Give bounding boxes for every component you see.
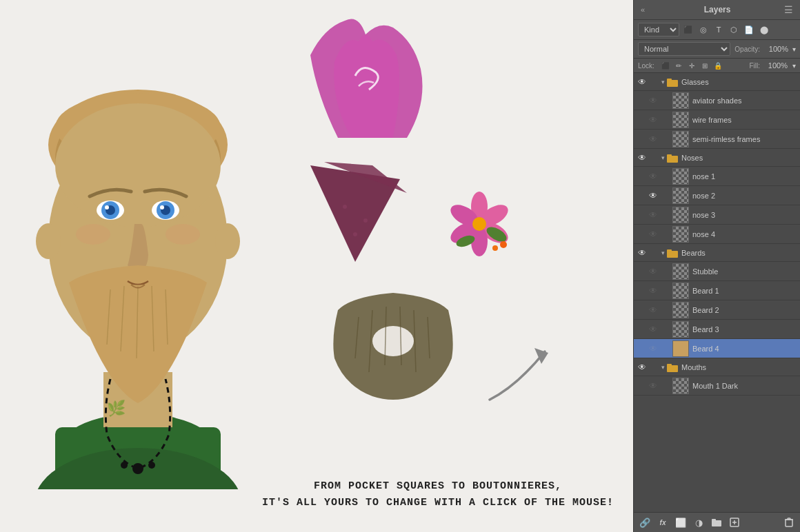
fx-button[interactable]: fx bbox=[656, 515, 670, 529]
fill-label: Fill: bbox=[749, 62, 760, 70]
eye-wire[interactable]: 👁 bbox=[648, 114, 659, 125]
adjustment-icon[interactable]: ◎ bbox=[697, 23, 710, 36]
group-glasses[interactable]: 👁 ▾ Glasses bbox=[634, 73, 800, 91]
kind-select[interactable]: Kind bbox=[638, 23, 679, 37]
panel-menu-button[interactable]: ☰ bbox=[784, 4, 793, 15]
checkbox-beard2[interactable] bbox=[660, 305, 671, 316]
svg-rect-55 bbox=[667, 79, 672, 81]
opacity-arrow[interactable]: ▾ bbox=[792, 45, 796, 53]
chevron-beards[interactable]: ▾ bbox=[661, 249, 665, 256]
layers-list: 👁 ▾ Glasses 👁 aviator shades 👁 wire fram… bbox=[634, 73, 800, 512]
illustration-area: 🌿 bbox=[0, 0, 633, 532]
layer-mouth1dark[interactable]: 👁 Mouth 1 Dark bbox=[634, 376, 800, 396]
smart-icon[interactable]: 📄 bbox=[743, 23, 755, 36]
lock-all-icon[interactable]: 🔒 bbox=[713, 61, 723, 70]
layer-beard4-name: Beard 4 bbox=[692, 345, 797, 353]
chevron-noses[interactable]: ▾ bbox=[661, 154, 665, 161]
layer-nose1[interactable]: 👁 nose 1 bbox=[634, 167, 800, 186]
checkbox-noses[interactable] bbox=[649, 152, 660, 163]
eye-mouths[interactable]: 👁 bbox=[637, 362, 648, 373]
group-noses[interactable]: 👁 ▾ Noses bbox=[634, 149, 800, 167]
layers-panel: « Layers ☰ Kind ⬛ ◎ T ⬡ 📄 ⬤ Normal Opaci… bbox=[633, 0, 800, 532]
eye-noses[interactable]: 👁 bbox=[637, 152, 648, 163]
layer-aviator-shades[interactable]: 👁 aviator shades bbox=[634, 91, 800, 110]
eye-beards[interactable]: 👁 bbox=[637, 247, 648, 258]
layer-nose4[interactable]: 👁 nose 4 bbox=[634, 225, 800, 244]
checkbox-aviator[interactable] bbox=[660, 95, 671, 106]
layer-beard2[interactable]: 👁 Beard 2 bbox=[634, 300, 800, 320]
new-group-button[interactable] bbox=[710, 515, 723, 529]
kind-toolbar: Kind ⬛ ◎ T ⬡ 📄 ⬤ bbox=[634, 20, 800, 40]
eye-semi[interactable]: 👁 bbox=[648, 134, 659, 145]
layer-stubble[interactable]: 👁 Stubble bbox=[634, 262, 800, 281]
lock-position-icon[interactable]: ✏ bbox=[674, 61, 683, 70]
link-button[interactable]: 🔗 bbox=[638, 515, 652, 529]
svg-point-16 bbox=[105, 205, 109, 209]
group-mouths[interactable]: 👁 ▾ Mouths bbox=[634, 358, 800, 376]
layer-nose2[interactable]: 👁 nose 2 bbox=[634, 186, 800, 205]
thumb-stubble bbox=[672, 263, 689, 280]
eye-beard2[interactable]: 👁 bbox=[648, 305, 659, 316]
svg-point-7 bbox=[215, 223, 240, 259]
svg-rect-61 bbox=[667, 364, 672, 367]
group-beards[interactable]: 👁 ▾ Beards bbox=[634, 244, 800, 262]
eye-beard1[interactable]: 👁 bbox=[648, 285, 659, 296]
layer-nose4-name: nose 4 bbox=[692, 230, 797, 238]
eye-nose4[interactable]: 👁 bbox=[648, 229, 659, 240]
lock-pixel-icon[interactable]: ⬛ bbox=[661, 61, 670, 70]
lock-move-icon[interactable]: ✛ bbox=[687, 61, 697, 70]
layer-semi-rimless[interactable]: 👁 semi-rimless frames bbox=[634, 130, 800, 149]
svg-point-12 bbox=[55, 103, 221, 227]
eye-mouth1dark[interactable]: 👁 bbox=[648, 380, 659, 391]
eye-stubble[interactable]: 👁 bbox=[648, 266, 659, 277]
checkbox-nose2[interactable] bbox=[660, 190, 671, 201]
checkbox-semi[interactable] bbox=[660, 134, 671, 145]
layer-beard1[interactable]: 👁 Beard 1 bbox=[634, 281, 800, 300]
svg-point-46 bbox=[492, 245, 498, 251]
eye-nose2[interactable]: 👁 bbox=[648, 190, 659, 201]
shape-icon[interactable]: ⬡ bbox=[728, 23, 740, 36]
svg-point-28 bbox=[132, 463, 143, 474]
lock-artboard-icon[interactable]: ⊞ bbox=[700, 61, 710, 70]
type-icon[interactable]: T bbox=[712, 23, 725, 36]
checkbox-mouths[interactable] bbox=[649, 362, 660, 373]
panel-bottom-toolbar: 🔗 fx ⬜ ◑ bbox=[634, 512, 800, 532]
checkbox-nose3[interactable] bbox=[660, 209, 671, 221]
checkbox-nose4[interactable] bbox=[660, 229, 671, 240]
adjustment-layer-button[interactable]: ◑ bbox=[692, 515, 706, 529]
mask-button[interactable]: ⬜ bbox=[674, 515, 688, 529]
checkbox-wire[interactable] bbox=[660, 114, 671, 125]
dot-icon[interactable]: ⬤ bbox=[758, 23, 770, 36]
eye-beard4[interactable]: 👁 bbox=[648, 343, 659, 354]
collapse-icons[interactable]: « bbox=[641, 6, 645, 14]
folder-icon-beards bbox=[666, 247, 679, 259]
pixel-icon[interactable]: ⬛ bbox=[682, 23, 694, 36]
group-glasses-label: Glasses bbox=[681, 78, 797, 86]
blend-mode-select[interactable]: Normal bbox=[638, 42, 730, 56]
svg-point-30 bbox=[148, 462, 155, 469]
eye-aviator[interactable]: 👁 bbox=[648, 95, 659, 106]
checkbox-beard3[interactable] bbox=[660, 324, 671, 335]
layer-beard4[interactable]: 👁 Beard 4 bbox=[634, 339, 800, 358]
checkbox-beard4[interactable] bbox=[660, 343, 671, 354]
fill-arrow[interactable]: ▾ bbox=[792, 62, 796, 70]
pocket-square-illustration bbox=[303, 158, 407, 269]
delete-layer-button[interactable] bbox=[782, 515, 796, 529]
checkbox-nose1[interactable] bbox=[660, 171, 671, 182]
eye-glasses[interactable]: 👁 bbox=[637, 76, 648, 88]
eye-nose1[interactable]: 👁 bbox=[648, 171, 659, 182]
layer-beard3[interactable]: 👁 Beard 3 bbox=[634, 320, 800, 339]
layer-wire-frames[interactable]: 👁 wire frames bbox=[634, 110, 800, 130]
chevron-glasses[interactable]: ▾ bbox=[661, 79, 665, 85]
layer-nose3[interactable]: 👁 nose 3 bbox=[634, 205, 800, 225]
eye-beard3[interactable]: 👁 bbox=[648, 324, 659, 335]
eye-nose3[interactable]: 👁 bbox=[648, 209, 659, 221]
checkbox-stubble[interactable] bbox=[660, 266, 671, 277]
chevron-mouths[interactable]: ▾ bbox=[661, 364, 665, 371]
checkbox-mouth1dark[interactable] bbox=[660, 380, 671, 391]
checkbox-glasses[interactable] bbox=[649, 76, 660, 88]
new-layer-button[interactable] bbox=[728, 515, 741, 529]
checkbox-beards[interactable] bbox=[649, 247, 660, 258]
blend-row: Normal Opacity: 100% ▾ bbox=[634, 40, 800, 59]
checkbox-beard1[interactable] bbox=[660, 285, 671, 296]
